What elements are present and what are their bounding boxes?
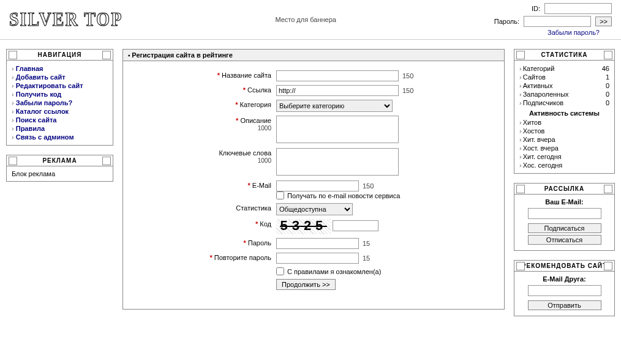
login-pass-label: Пароль: bbox=[489, 18, 519, 25]
stat-row: Сайтов1 bbox=[519, 73, 609, 81]
nav-item-3[interactable]: Получить код bbox=[16, 91, 62, 98]
unsubscribe-button[interactable]: Отписаться bbox=[528, 235, 601, 245]
subscribe-panel: РАССЫЛКА Ваш E-Mail: Подписаться Отписат… bbox=[514, 183, 615, 251]
stats-panel: СТАТИСТИКА Категорий46Сайтов1Активных0За… bbox=[514, 49, 615, 174]
recommend-email-input[interactable] bbox=[528, 285, 601, 296]
site-name-input[interactable] bbox=[276, 70, 399, 81]
nav-item-2[interactable]: Редактировать сайт bbox=[16, 82, 83, 89]
rules-checkbox[interactable] bbox=[276, 267, 284, 275]
stat-row: Подписчиков0 bbox=[519, 98, 609, 107]
login-pass-input[interactable] bbox=[524, 16, 591, 27]
code-input[interactable] bbox=[333, 220, 378, 231]
pass-input[interactable] bbox=[276, 238, 359, 249]
banner-slot: Место для баннера bbox=[275, 16, 336, 23]
pass2-label: Повторите пароль bbox=[214, 254, 271, 261]
stat-row: Активных0 bbox=[519, 81, 609, 90]
nav-panel: НАВИГАЦИЯ ГлавнаяДобавить сайтРедактиров… bbox=[6, 49, 113, 146]
url-input[interactable] bbox=[276, 85, 399, 96]
stat-row: Хит. вчера bbox=[519, 135, 609, 144]
login-box: ID: Пароль: >> Забыли пароль? bbox=[489, 3, 612, 36]
stat-label: Статистика bbox=[236, 204, 271, 212]
ads-title: РЕКЛАМА bbox=[7, 155, 113, 166]
recommend-title: РЕКОМЕНДОВАТЬ САЙТ bbox=[514, 261, 614, 272]
email-input[interactable] bbox=[276, 180, 359, 191]
email-label: E-Mail bbox=[252, 182, 271, 189]
registration-panel: Регистрация сайта в рейтинге * Название … bbox=[122, 49, 505, 310]
recommend-panel: РЕКОМЕНДОВАТЬ САЙТ E-Mail Друга: Отправи… bbox=[514, 260, 615, 316]
nav-item-1[interactable]: Добавить сайт bbox=[16, 73, 66, 81]
subscribe-button[interactable]: Подписаться bbox=[528, 223, 601, 233]
pass-hint: 15 bbox=[363, 240, 370, 247]
recommend-label: E-Mail Друга: bbox=[519, 275, 609, 283]
desc-label: Описание bbox=[240, 117, 271, 124]
submit-button[interactable]: Продолжить >> bbox=[276, 279, 336, 290]
logo: SILVER TOP bbox=[9, 9, 122, 30]
registration-title: Регистрация сайта в рейтинге bbox=[123, 50, 504, 61]
desc-textarea[interactable] bbox=[276, 116, 399, 143]
ads-panel: РЕКЛАМА Блок реклама bbox=[6, 155, 113, 182]
stat-row: Хос. сегодня bbox=[519, 161, 609, 169]
url-label: Ссылка bbox=[247, 86, 271, 94]
ads-body: Блок реклама bbox=[7, 166, 113, 181]
login-submit-button[interactable]: >> bbox=[595, 17, 612, 26]
recommend-send-button[interactable]: Отправить bbox=[528, 300, 601, 310]
pass2-input[interactable] bbox=[276, 253, 359, 264]
nav-item-0[interactable]: Главная bbox=[16, 65, 43, 72]
nav-item-4[interactable]: Забыли пароль? bbox=[16, 99, 72, 106]
email-hint: 150 bbox=[363, 182, 374, 190]
nav-item-8[interactable]: Связь с админом bbox=[16, 133, 74, 141]
stat-row: Хостов bbox=[519, 127, 609, 135]
stat-row: Хитов bbox=[519, 118, 609, 127]
keys-label: Ключевые слова bbox=[219, 149, 271, 157]
rules-label: С правилами я ознакомлен(а) bbox=[287, 268, 381, 275]
site-name-label: Название сайта bbox=[222, 72, 271, 79]
news-checkbox[interactable] bbox=[276, 191, 284, 199]
news-label: Получать по e-mail новости сервиса bbox=[287, 192, 400, 199]
nav-item-6[interactable]: Поиск сайта bbox=[16, 116, 57, 124]
pass-label: Пароль bbox=[248, 239, 271, 247]
pass2-hint: 15 bbox=[363, 254, 370, 262]
stats-title: СТАТИСТИКА bbox=[514, 50, 614, 61]
keys-sub: 1000 bbox=[258, 157, 271, 164]
login-id-input[interactable] bbox=[544, 3, 612, 14]
stat-select[interactable]: Общедоступна bbox=[276, 203, 353, 215]
subscribe-email-input[interactable] bbox=[528, 208, 601, 219]
keys-textarea[interactable] bbox=[276, 148, 399, 176]
subscribe-title: РАССЫЛКА bbox=[514, 184, 614, 195]
nav-item-7[interactable]: Правила bbox=[16, 125, 45, 132]
stat-row: Хит. сегодня bbox=[519, 152, 609, 161]
activity-list: ХитовХостовХит. вчераХост. вчераХит. сег… bbox=[519, 118, 609, 169]
captcha-image: 5325 bbox=[276, 219, 331, 234]
category-label: Категория bbox=[240, 101, 271, 108]
nav-list: ГлавнаяДобавить сайтРедактировать сайтПо… bbox=[12, 64, 108, 141]
activity-title: Активность системы bbox=[519, 107, 609, 118]
stat-row: Запароленных0 bbox=[519, 90, 609, 98]
site-name-hint: 150 bbox=[402, 72, 413, 80]
nav-title: НАВИГАЦИЯ bbox=[7, 50, 113, 61]
subscribe-label: Ваш E-Mail: bbox=[519, 198, 609, 206]
desc-sub: 1000 bbox=[258, 125, 271, 132]
stat-row: Хост. вчера bbox=[519, 144, 609, 152]
header: SILVER TOP Место для баннера ID: Пароль:… bbox=[0, 0, 621, 40]
stats-list: Категорий46Сайтов1Активных0Запароленных0… bbox=[519, 64, 609, 107]
url-hint: 150 bbox=[402, 87, 413, 94]
login-id-label: ID: bbox=[510, 5, 540, 12]
code-label: Код bbox=[260, 220, 271, 228]
stat-row: Категорий46 bbox=[519, 64, 609, 73]
nav-item-5[interactable]: Каталог ссылок bbox=[16, 108, 69, 115]
category-select[interactable]: Выберите категорию bbox=[276, 100, 393, 112]
forgot-password-link[interactable]: Забыли пароль? bbox=[548, 29, 600, 36]
